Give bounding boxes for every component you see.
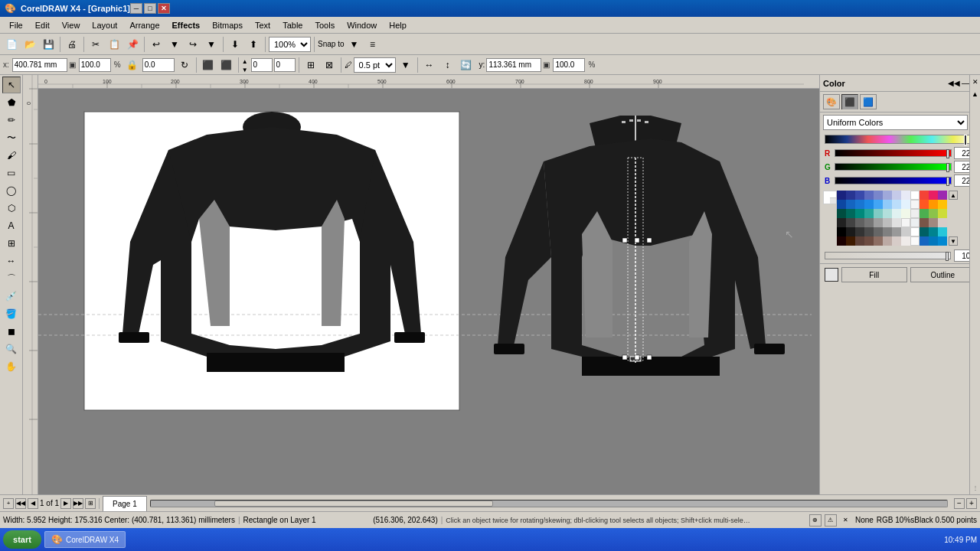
- color-cell[interactable]: [910, 191, 920, 200]
- gradient-indicator[interactable]: [964, 135, 967, 145]
- open-btn[interactable]: 📂: [21, 36, 38, 53]
- fill-button[interactable]: Fill: [841, 267, 907, 282]
- nudge-1[interactable]: [251, 58, 273, 72]
- g-slider-track[interactable]: [835, 163, 952, 171]
- transform-btn[interactable]: ⊞: [302, 57, 319, 73]
- mirror-v[interactable]: ↕: [439, 57, 456, 73]
- color-cell[interactable]: [837, 200, 846, 209]
- color-cell[interactable]: [910, 218, 920, 227]
- color-cell[interactable]: [846, 209, 855, 218]
- color-cell[interactable]: [929, 200, 938, 209]
- opacity-slider-track[interactable]: [825, 252, 951, 259]
- x-input[interactable]: [12, 58, 67, 72]
- dimension-tool[interactable]: ↔: [2, 253, 21, 269]
- line-width-combo[interactable]: 0.5 pt 1 pt 2 pt: [354, 57, 396, 73]
- color-cell[interactable]: [883, 209, 892, 218]
- color-cell[interactable]: [846, 218, 855, 227]
- b-slider-thumb[interactable]: [946, 177, 949, 186]
- color-cell[interactable]: [883, 200, 892, 209]
- color-cell[interactable]: [920, 200, 929, 209]
- status-warning-icon[interactable]: ⚠: [825, 514, 837, 527]
- rotate-90[interactable]: 🔄: [458, 57, 475, 73]
- lock-ratio[interactable]: 🔒: [124, 57, 141, 73]
- r-slider-thumb[interactable]: [946, 149, 949, 158]
- print-btn[interactable]: 🖨: [64, 36, 80, 53]
- color-cell[interactable]: [929, 209, 938, 218]
- color-cell[interactable]: [938, 209, 947, 218]
- close-button[interactable]: ✕: [158, 3, 170, 14]
- page-next-btn[interactable]: ▶: [60, 498, 71, 509]
- pan-tool[interactable]: ✋: [2, 358, 21, 375]
- color-cell[interactable]: [892, 218, 901, 227]
- color-cell[interactable]: [929, 218, 938, 227]
- save-btn[interactable]: 💾: [40, 36, 57, 53]
- color-cell[interactable]: [938, 200, 947, 209]
- color-cell[interactable]: [910, 236, 920, 246]
- color-cell[interactable]: [892, 191, 901, 200]
- redo-btn[interactable]: ↪: [185, 36, 201, 53]
- palette-scroll-down[interactable]: ▼: [949, 236, 958, 246]
- export-btn[interactable]: ⬆: [245, 36, 262, 53]
- color-cell[interactable]: [929, 236, 938, 246]
- color-cell[interactable]: [846, 191, 855, 200]
- color-cell[interactable]: [874, 209, 883, 218]
- zoom-combo[interactable]: 100% 75% 50% 150% 200%: [269, 37, 311, 52]
- bezier-tool[interactable]: 〜: [2, 129, 21, 146]
- color-cell[interactable]: [910, 227, 920, 236]
- color-cell[interactable]: [920, 209, 929, 218]
- color-cell[interactable]: [901, 200, 910, 209]
- minimize-button[interactable]: ─: [130, 3, 142, 14]
- snap-options[interactable]: ≡: [364, 36, 381, 53]
- g-slider-thumb[interactable]: [946, 163, 949, 172]
- uniform-colors-select[interactable]: Uniform Colors Spot Colors Process Color…: [823, 115, 968, 130]
- page-prev-first-btn[interactable]: ◀◀: [15, 498, 26, 509]
- color-cell[interactable]: [938, 227, 947, 236]
- fill-tool[interactable]: 🪣: [2, 305, 21, 322]
- outline-button[interactable]: Outline: [910, 267, 976, 282]
- color-cell[interactable]: [874, 191, 883, 200]
- status-close-icon[interactable]: ✕: [840, 514, 852, 527]
- table-tool[interactable]: ⊞: [2, 235, 21, 252]
- align-left[interactable]: ⬛: [200, 57, 217, 73]
- color-cell[interactable]: [855, 227, 864, 236]
- import-btn[interactable]: ⬇: [227, 36, 243, 53]
- color-cell[interactable]: [910, 209, 920, 218]
- scroll-thumb[interactable]: [214, 500, 493, 507]
- redo-dropdown[interactable]: ▼: [203, 36, 220, 53]
- menu-edit[interactable]: Edit: [29, 19, 56, 31]
- color-cell[interactable]: [855, 191, 864, 200]
- color-cell[interactable]: [864, 191, 874, 200]
- color-cell[interactable]: [920, 236, 929, 246]
- color-cell[interactable]: [874, 227, 883, 236]
- strip-close[interactable]: ✕: [972, 78, 978, 86]
- smart-fill[interactable]: ◼: [2, 323, 21, 340]
- page-add-btn[interactable]: +: [3, 498, 14, 509]
- color-cell[interactable]: [929, 191, 938, 200]
- menu-help[interactable]: Help: [383, 19, 413, 31]
- new-btn[interactable]: 📄: [3, 36, 20, 53]
- artistic-tool[interactable]: 🖌: [2, 147, 21, 164]
- color-cell[interactable]: [864, 209, 874, 218]
- w-input[interactable]: [79, 58, 111, 72]
- color-cell[interactable]: [837, 227, 846, 236]
- color-cell[interactable]: [920, 218, 929, 227]
- color-cell[interactable]: [920, 191, 929, 200]
- color-cell[interactable]: [874, 200, 883, 209]
- copy-btn[interactable]: 📋: [106, 36, 122, 53]
- canvas-area[interactable]: 0 100 200 300 400 500 600 700 800 900: [23, 75, 819, 494]
- palette-scroll-up[interactable]: ▲: [949, 191, 958, 200]
- color-cell[interactable]: [883, 236, 892, 246]
- color-cell[interactable]: [938, 218, 947, 227]
- color-cell[interactable]: [846, 200, 855, 209]
- dropper-tool[interactable]: 💉: [2, 288, 21, 305]
- menu-text[interactable]: Text: [249, 19, 276, 31]
- menu-file[interactable]: File: [3, 19, 29, 31]
- status-snap-icon[interactable]: ⊕: [809, 514, 822, 527]
- zoom-tool[interactable]: 🔍: [2, 341, 21, 357]
- page-prev-btn[interactable]: ◀: [28, 498, 38, 509]
- angle-input[interactable]: [142, 58, 175, 72]
- h-scrollbar[interactable]: [150, 498, 948, 509]
- undo-btn[interactable]: ↩: [148, 36, 165, 53]
- page-tab-1[interactable]: Page 1: [103, 496, 147, 511]
- paste-btn[interactable]: 📌: [124, 36, 141, 53]
